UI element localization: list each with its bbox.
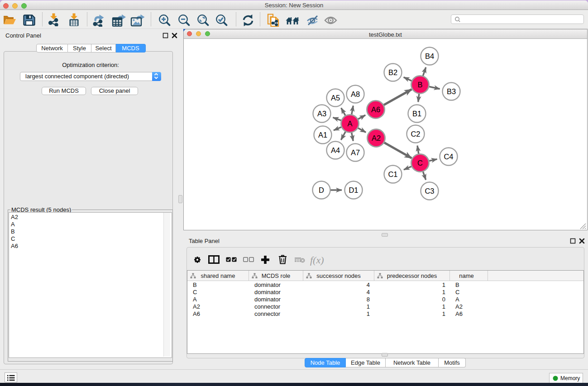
- svg-text:C3: C3: [425, 187, 434, 195]
- svg-text:D: D: [319, 186, 324, 194]
- svg-text:B1: B1: [412, 110, 421, 118]
- svg-text:A7: A7: [351, 148, 360, 157]
- svg-text:C1: C1: [388, 170, 397, 178]
- svg-text:A3: A3: [317, 110, 326, 118]
- svg-text:C2: C2: [411, 130, 420, 138]
- svg-text:A8: A8: [351, 90, 360, 98]
- svg-text:A2: A2: [372, 134, 381, 142]
- svg-text:B3: B3: [447, 87, 456, 95]
- svg-text:C: C: [417, 159, 423, 167]
- svg-text:A: A: [347, 119, 352, 128]
- svg-text:B: B: [417, 81, 422, 89]
- svg-text:A1: A1: [318, 131, 327, 139]
- svg-text:A6: A6: [371, 105, 380, 114]
- svg-text:A5: A5: [331, 94, 340, 102]
- svg-text:C4: C4: [444, 152, 453, 161]
- svg-text:B4: B4: [425, 52, 434, 60]
- svg-text:B2: B2: [388, 68, 397, 76]
- svg-text:D1: D1: [349, 186, 358, 194]
- svg-text:A4: A4: [331, 146, 340, 154]
